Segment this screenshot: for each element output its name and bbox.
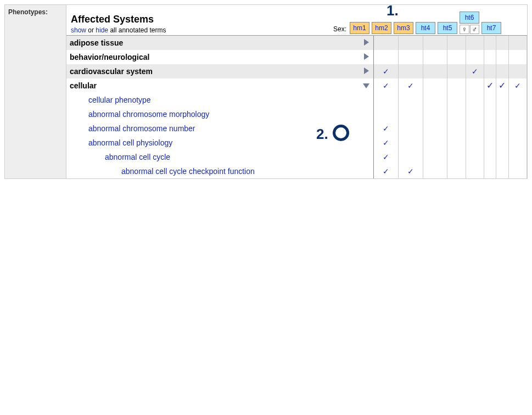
check-cell xyxy=(466,150,484,164)
genotype-header-ht5[interactable]: ht5 xyxy=(438,22,457,34)
check-cell xyxy=(374,107,399,121)
check-cell xyxy=(466,121,484,136)
genotype-header-ht7[interactable]: ht7 xyxy=(481,22,501,34)
check-cell xyxy=(508,107,527,121)
table-row: cardiovascular system✓✓ xyxy=(66,64,527,78)
check-cell: ✓ xyxy=(374,78,399,93)
table-row: abnormal cell physiology✓ xyxy=(66,136,527,150)
check-cell xyxy=(398,136,423,150)
check-cell xyxy=(374,36,399,50)
expand-icon[interactable] xyxy=(364,53,369,60)
toggle-cell[interactable] xyxy=(359,64,374,78)
check-cell xyxy=(447,50,466,64)
check-cell xyxy=(423,36,447,50)
check-cell xyxy=(466,93,484,107)
genotype-header-hm1[interactable]: hm1 xyxy=(350,22,369,34)
check-cell xyxy=(447,121,466,136)
check-cell xyxy=(508,164,527,178)
check-cell xyxy=(508,64,527,78)
check-cell: ✓ xyxy=(374,121,399,136)
genotype-header-ht6[interactable]: ht6 xyxy=(460,12,479,24)
check-cell-split xyxy=(484,50,508,64)
check-cell xyxy=(466,107,484,121)
check-cell: ✓ xyxy=(466,64,484,78)
check-cell: ✓ xyxy=(398,164,423,178)
affected-systems-title: Affected Systems xyxy=(71,14,333,25)
check-cell xyxy=(466,164,484,178)
check-cell xyxy=(398,93,423,107)
check-cell: ✓ xyxy=(398,78,423,93)
genotype-header-hm3[interactable]: hm3 xyxy=(394,22,413,34)
systems-table: adipose tissuebehavior/neurologicalcardi… xyxy=(66,36,527,178)
show-link[interactable]: show xyxy=(71,26,86,34)
phenotype-panel: Phenotypes: Affected Systems show or hid… xyxy=(4,4,528,179)
check-cell: ✓ xyxy=(374,150,399,164)
toggle-cell xyxy=(359,164,374,178)
system-name: adipose tissue xyxy=(66,36,359,50)
check-cell xyxy=(508,50,527,64)
check-cell xyxy=(508,36,527,50)
phenotype-term-link[interactable]: abnormal chromosome number xyxy=(66,121,359,136)
check-cell xyxy=(398,150,423,164)
check-cell xyxy=(508,150,527,164)
table-row: abnormal chromosome morphology xyxy=(66,107,527,121)
toggle-cell[interactable] xyxy=(359,78,374,93)
check-cell: ✓ xyxy=(508,78,527,93)
check-cell xyxy=(508,136,527,150)
sex-label: Sex: xyxy=(333,25,346,34)
genotype-headers: hm1hm2hm3ht4ht5ht6♀♂ht7 xyxy=(350,12,501,34)
system-name: cellular xyxy=(66,78,359,93)
check-cell xyxy=(423,50,447,64)
phenotypes-label: Phenotypes: xyxy=(5,5,66,178)
check-cell xyxy=(374,50,399,64)
show-hide-line: show or hide all annotated terms xyxy=(71,26,333,34)
check-cell xyxy=(447,136,466,150)
check-cell xyxy=(398,50,423,64)
check-cell xyxy=(423,164,447,178)
expand-icon[interactable] xyxy=(364,68,369,74)
check-cell-split xyxy=(484,64,508,78)
phenotype-term-link[interactable]: abnormal cell cycle xyxy=(66,150,359,164)
check-cell xyxy=(447,93,466,107)
check-cell-split xyxy=(484,136,508,150)
system-name: behavior/neurological xyxy=(66,50,359,64)
check-cell-split xyxy=(484,121,508,136)
toggle-cell[interactable] xyxy=(359,36,374,50)
toggle-cell xyxy=(359,150,374,164)
check-cell xyxy=(398,107,423,121)
check-cell xyxy=(423,78,447,93)
hide-link[interactable]: hide xyxy=(96,26,108,34)
toggle-cell[interactable] xyxy=(359,50,374,64)
phenotype-term-link[interactable]: abnormal cell cycle checkpoint function xyxy=(66,164,359,178)
female-icon: ♀ xyxy=(460,25,469,34)
check-cell xyxy=(423,64,447,78)
check-cell-split xyxy=(484,164,508,178)
check-cell xyxy=(508,93,527,107)
table-row: abnormal cell cycle checkpoint function✓… xyxy=(66,164,527,178)
toggle-cell xyxy=(359,136,374,150)
toggle-cell xyxy=(359,121,374,136)
check-cell xyxy=(423,150,447,164)
check-cell-split xyxy=(484,93,508,107)
check-cell xyxy=(466,36,484,50)
genotype-header-hm2[interactable]: hm2 xyxy=(372,22,391,34)
phenotype-term-link[interactable]: abnormal chromosome morphology xyxy=(66,107,359,121)
check-cell xyxy=(398,64,423,78)
toggle-cell xyxy=(359,93,374,107)
genotype-header-ht4[interactable]: ht4 xyxy=(416,22,435,34)
male-icon: ♂ xyxy=(470,25,480,34)
check-cell xyxy=(466,50,484,64)
phenotype-term-link[interactable]: cellular phenotype xyxy=(66,93,359,107)
phenotype-term-link[interactable]: abnormal cell physiology xyxy=(66,136,359,150)
check-cell-split xyxy=(484,107,508,121)
collapse-icon[interactable] xyxy=(363,83,369,88)
table-row: cellular✓✓✓✓✓ xyxy=(66,78,527,93)
table-row: adipose tissue xyxy=(66,36,527,50)
check-cell: ✓ xyxy=(374,164,399,178)
table-row: abnormal cell cycle✓ xyxy=(66,150,527,164)
system-name: cardiovascular system xyxy=(66,64,359,78)
check-cell: ✓ xyxy=(374,64,399,78)
check-cell xyxy=(423,121,447,136)
expand-icon[interactable] xyxy=(364,39,369,46)
table-row: behavior/neurological xyxy=(66,50,527,64)
